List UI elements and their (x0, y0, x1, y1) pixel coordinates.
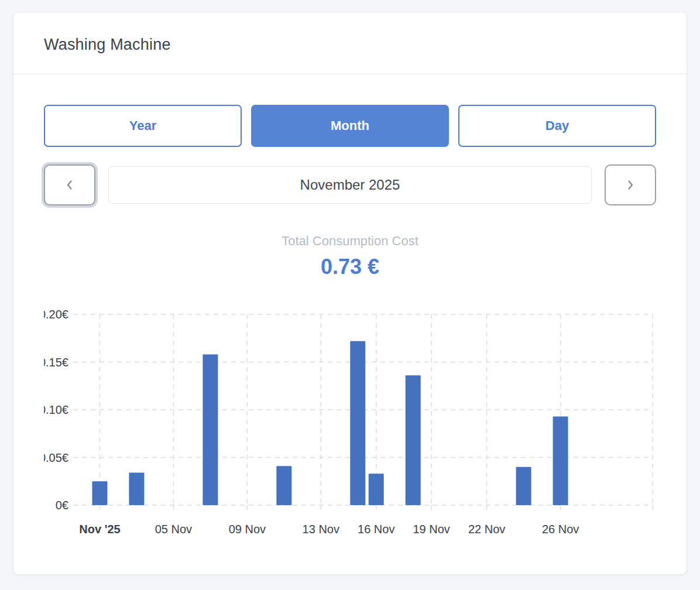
y-axis-tick-label: 0€ (56, 499, 68, 512)
x-axis-tick-label: 05 Nov (155, 523, 192, 536)
tab-month[interactable]: Month (251, 105, 449, 147)
card-header: Washing Machine (13, 12, 687, 74)
bar-chart-svg: 0€0.05€0.10€0.15€0.20€Nov '2505 Nov09 No… (44, 308, 656, 543)
x-axis-tick-label: 22 Nov (468, 523, 505, 536)
y-axis-tick-label: 0.20€ (44, 308, 68, 321)
y-axis-tick-label: 0.10€ (44, 403, 68, 416)
bar-nov-11[interactable] (276, 466, 291, 505)
chevron-left-icon (63, 178, 77, 192)
tab-day[interactable]: Day (458, 105, 656, 147)
bar-nov-16[interactable] (369, 474, 384, 505)
washing-machine-card: Washing Machine Year Month Day November … (13, 12, 687, 575)
x-axis-tick-label: 19 Nov (413, 523, 450, 536)
period-label[interactable]: November 2025 (108, 166, 592, 204)
total-consumption-value: 0.73 € (44, 255, 656, 279)
y-axis-tick-label: 0.05€ (44, 451, 68, 464)
bar-nov-15[interactable] (350, 341, 365, 505)
x-axis-tick-label: 09 Nov (229, 523, 266, 536)
x-axis-tick-label: 26 Nov (542, 523, 579, 536)
bar-nov-18[interactable] (406, 375, 421, 505)
bar-nov-24[interactable] (516, 467, 531, 505)
consumption-bar-chart: 0€0.05€0.10€0.15€0.20€Nov '2505 Nov09 No… (44, 308, 656, 543)
card-body: Year Month Day November 2025 Tot (13, 74, 687, 574)
bar-nov-3[interactable] (129, 473, 144, 505)
next-period-button[interactable] (605, 164, 656, 205)
total-consumption: Total Consumption Cost 0.73 € (44, 234, 656, 279)
x-axis-tick-label: 13 Nov (303, 523, 339, 536)
chevron-right-icon (623, 178, 637, 192)
x-axis-tick-label: Nov '25 (79, 523, 120, 536)
page-title: Washing Machine (44, 36, 656, 54)
bar-nov-26[interactable] (553, 416, 568, 505)
bar-nov-7[interactable] (203, 354, 218, 505)
tab-year[interactable]: Year (44, 105, 242, 147)
page-background: Washing Machine Year Month Day November … (0, 0, 700, 590)
total-consumption-label: Total Consumption Cost (44, 234, 656, 249)
y-axis-tick-label: 0.15€ (44, 356, 68, 369)
period-navigation: November 2025 (44, 164, 656, 205)
previous-period-button[interactable] (44, 164, 95, 205)
x-axis-tick-label: 16 Nov (358, 523, 394, 536)
bar-nov-1[interactable] (92, 481, 107, 505)
range-tabs: Year Month Day (44, 105, 656, 147)
